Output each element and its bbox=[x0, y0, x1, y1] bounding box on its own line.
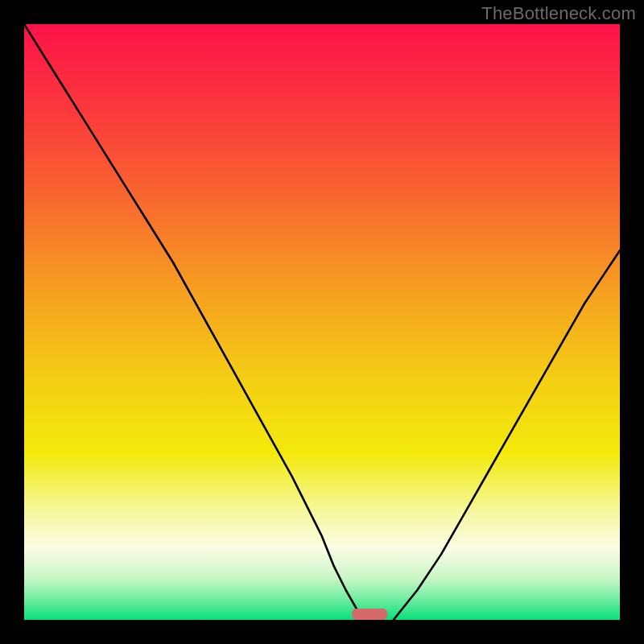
gradient-background bbox=[24, 24, 620, 620]
watermark-text: TheBottleneck.com bbox=[481, 3, 636, 24]
plot-area bbox=[24, 24, 620, 620]
valley-marker bbox=[352, 609, 387, 620]
bottleneck-chart-svg bbox=[24, 24, 620, 620]
chart-frame: TheBottleneck.com bbox=[0, 0, 644, 644]
